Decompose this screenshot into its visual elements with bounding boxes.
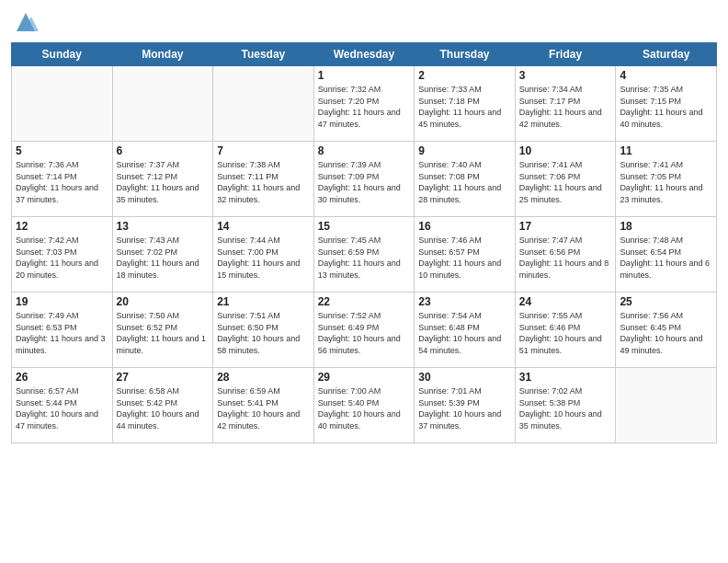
day-number: 8 xyxy=(318,144,411,157)
week-row-3: 19Sunrise: 7:49 AM Sunset: 6:53 PM Dayli… xyxy=(12,293,717,368)
day-number: 16 xyxy=(418,220,511,233)
calendar-body: 1Sunrise: 7:32 AM Sunset: 7:20 PM Daylig… xyxy=(12,66,717,443)
cell-info: Sunrise: 6:59 AM Sunset: 5:41 PM Dayligh… xyxy=(217,385,310,431)
cell-info: Sunrise: 7:40 AM Sunset: 7:08 PM Dayligh… xyxy=(418,159,511,205)
day-number: 4 xyxy=(620,69,712,82)
day-number: 13 xyxy=(117,220,210,233)
cell-info: Sunrise: 7:41 AM Sunset: 7:06 PM Dayligh… xyxy=(519,159,612,205)
cal-cell: 16Sunrise: 7:46 AM Sunset: 6:57 PM Dayli… xyxy=(415,217,516,293)
day-number: 22 xyxy=(318,295,411,308)
cell-info: Sunrise: 7:49 AM Sunset: 6:53 PM Dayligh… xyxy=(16,310,108,356)
day-number: 5 xyxy=(16,144,108,157)
cal-cell: 31Sunrise: 7:02 AM Sunset: 5:38 PM Dayli… xyxy=(515,368,616,443)
cal-cell: 22Sunrise: 7:52 AM Sunset: 6:49 PM Dayli… xyxy=(313,293,415,368)
cell-info: Sunrise: 7:33 AM Sunset: 7:18 PM Dayligh… xyxy=(418,84,511,130)
cal-cell: 29Sunrise: 7:00 AM Sunset: 5:40 PM Dayli… xyxy=(313,368,415,443)
day-number: 24 xyxy=(519,295,612,308)
day-number: 2 xyxy=(418,69,511,82)
day-number: 30 xyxy=(418,371,511,384)
cell-info: Sunrise: 7:34 AM Sunset: 7:17 PM Dayligh… xyxy=(519,84,612,130)
cal-cell xyxy=(12,66,113,142)
cal-cell: 2Sunrise: 7:33 AM Sunset: 7:18 PM Daylig… xyxy=(415,66,516,142)
cell-info: Sunrise: 7:51 AM Sunset: 6:50 PM Dayligh… xyxy=(217,310,310,356)
day-header-thursday: Thursday xyxy=(415,43,516,66)
cal-cell: 8Sunrise: 7:39 AM Sunset: 7:09 PM Daylig… xyxy=(313,142,415,217)
cal-cell: 18Sunrise: 7:48 AM Sunset: 6:54 PM Dayli… xyxy=(616,217,717,293)
cell-info: Sunrise: 7:36 AM Sunset: 7:14 PM Dayligh… xyxy=(16,159,108,205)
day-number: 17 xyxy=(519,220,612,233)
day-number: 9 xyxy=(418,144,511,157)
day-number: 3 xyxy=(519,69,612,82)
week-row-4: 26Sunrise: 6:57 AM Sunset: 5:44 PM Dayli… xyxy=(12,368,717,443)
logo-icon xyxy=(13,9,39,35)
cal-cell: 23Sunrise: 7:54 AM Sunset: 6:48 PM Dayli… xyxy=(415,293,516,368)
logo xyxy=(11,9,39,35)
day-number: 26 xyxy=(16,371,108,384)
cal-cell: 12Sunrise: 7:42 AM Sunset: 7:03 PM Dayli… xyxy=(12,217,113,293)
cal-cell: 10Sunrise: 7:41 AM Sunset: 7:06 PM Dayli… xyxy=(515,142,616,217)
cell-info: Sunrise: 7:35 AM Sunset: 7:15 PM Dayligh… xyxy=(620,84,712,130)
day-header-sunday: Sunday xyxy=(12,43,113,66)
day-number: 6 xyxy=(117,144,210,157)
cal-cell xyxy=(112,66,213,142)
cal-cell: 17Sunrise: 7:47 AM Sunset: 6:56 PM Dayli… xyxy=(515,217,616,293)
cell-info: Sunrise: 7:02 AM Sunset: 5:38 PM Dayligh… xyxy=(519,385,612,431)
cell-info: Sunrise: 7:32 AM Sunset: 7:20 PM Dayligh… xyxy=(318,84,411,130)
day-number: 31 xyxy=(519,371,612,384)
day-header-monday: Monday xyxy=(112,43,213,66)
day-number: 10 xyxy=(519,144,612,157)
calendar-header xyxy=(11,9,717,35)
cell-info: Sunrise: 7:55 AM Sunset: 6:46 PM Dayligh… xyxy=(519,310,612,356)
day-number: 19 xyxy=(16,295,108,308)
day-number: 14 xyxy=(217,220,310,233)
cal-cell: 11Sunrise: 7:41 AM Sunset: 7:05 PM Dayli… xyxy=(616,142,717,217)
week-row-2: 12Sunrise: 7:42 AM Sunset: 7:03 PM Dayli… xyxy=(12,217,717,293)
cell-info: Sunrise: 7:37 AM Sunset: 7:12 PM Dayligh… xyxy=(117,159,210,205)
cell-info: Sunrise: 6:58 AM Sunset: 5:42 PM Dayligh… xyxy=(117,385,210,431)
cal-cell: 7Sunrise: 7:38 AM Sunset: 7:11 PM Daylig… xyxy=(213,142,314,217)
cell-info: Sunrise: 7:00 AM Sunset: 5:40 PM Dayligh… xyxy=(318,385,411,431)
cell-info: Sunrise: 7:39 AM Sunset: 7:09 PM Dayligh… xyxy=(318,159,411,205)
cell-info: Sunrise: 7:54 AM Sunset: 6:48 PM Dayligh… xyxy=(418,310,511,356)
cal-cell: 24Sunrise: 7:55 AM Sunset: 6:46 PM Dayli… xyxy=(515,293,616,368)
cal-cell: 9Sunrise: 7:40 AM Sunset: 7:08 PM Daylig… xyxy=(415,142,516,217)
cal-cell: 20Sunrise: 7:50 AM Sunset: 6:52 PM Dayli… xyxy=(112,293,213,368)
day-number: 27 xyxy=(117,371,210,384)
cell-info: Sunrise: 7:46 AM Sunset: 6:57 PM Dayligh… xyxy=(418,235,511,281)
day-number: 18 xyxy=(620,220,712,233)
cal-cell: 6Sunrise: 7:37 AM Sunset: 7:12 PM Daylig… xyxy=(112,142,213,217)
cell-info: Sunrise: 6:57 AM Sunset: 5:44 PM Dayligh… xyxy=(16,385,108,431)
cal-cell: 15Sunrise: 7:45 AM Sunset: 6:59 PM Dayli… xyxy=(313,217,415,293)
cell-info: Sunrise: 7:41 AM Sunset: 7:05 PM Dayligh… xyxy=(620,159,712,205)
cal-cell: 25Sunrise: 7:56 AM Sunset: 6:45 PM Dayli… xyxy=(616,293,717,368)
cal-cell: 5Sunrise: 7:36 AM Sunset: 7:14 PM Daylig… xyxy=(12,142,113,217)
week-row-0: 1Sunrise: 7:32 AM Sunset: 7:20 PM Daylig… xyxy=(12,66,717,142)
day-header-wednesday: Wednesday xyxy=(313,43,415,66)
cell-info: Sunrise: 7:47 AM Sunset: 6:56 PM Dayligh… xyxy=(519,235,612,281)
cal-cell: 4Sunrise: 7:35 AM Sunset: 7:15 PM Daylig… xyxy=(616,66,717,142)
day-header-friday: Friday xyxy=(515,43,616,66)
day-number: 7 xyxy=(217,144,310,157)
day-number: 20 xyxy=(117,295,210,308)
cell-info: Sunrise: 7:01 AM Sunset: 5:39 PM Dayligh… xyxy=(418,385,511,431)
cell-info: Sunrise: 7:44 AM Sunset: 7:00 PM Dayligh… xyxy=(217,235,310,281)
cell-info: Sunrise: 7:56 AM Sunset: 6:45 PM Dayligh… xyxy=(620,310,712,356)
day-number: 15 xyxy=(318,220,411,233)
cell-info: Sunrise: 7:52 AM Sunset: 6:49 PM Dayligh… xyxy=(318,310,411,356)
cell-info: Sunrise: 7:48 AM Sunset: 6:54 PM Dayligh… xyxy=(620,235,712,281)
days-header-row: SundayMondayTuesdayWednesdayThursdayFrid… xyxy=(12,43,717,66)
cal-cell: 28Sunrise: 6:59 AM Sunset: 5:41 PM Dayli… xyxy=(213,368,314,443)
day-number: 28 xyxy=(217,371,310,384)
week-row-1: 5Sunrise: 7:36 AM Sunset: 7:14 PM Daylig… xyxy=(12,142,717,217)
cal-cell: 13Sunrise: 7:43 AM Sunset: 7:02 PM Dayli… xyxy=(112,217,213,293)
day-number: 1 xyxy=(318,69,411,82)
day-header-tuesday: Tuesday xyxy=(213,43,314,66)
cal-cell: 21Sunrise: 7:51 AM Sunset: 6:50 PM Dayli… xyxy=(213,293,314,368)
cal-cell: 26Sunrise: 6:57 AM Sunset: 5:44 PM Dayli… xyxy=(12,368,113,443)
cal-cell: 30Sunrise: 7:01 AM Sunset: 5:39 PM Dayli… xyxy=(415,368,516,443)
cell-info: Sunrise: 7:50 AM Sunset: 6:52 PM Dayligh… xyxy=(117,310,210,356)
cal-cell xyxy=(213,66,314,142)
day-number: 21 xyxy=(217,295,310,308)
calendar-table: SundayMondayTuesdayWednesdayThursdayFrid… xyxy=(11,42,717,443)
cell-info: Sunrise: 7:42 AM Sunset: 7:03 PM Dayligh… xyxy=(16,235,108,281)
